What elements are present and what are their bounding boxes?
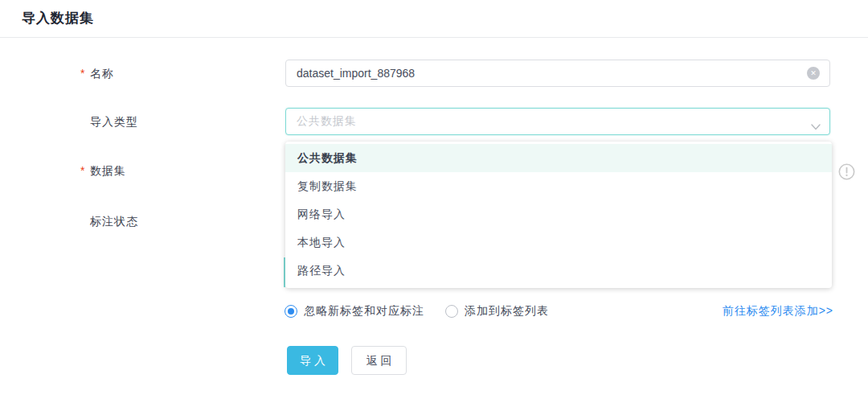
dataset-field-label: * 数据集 xyxy=(80,164,126,179)
import-button[interactable]: 导入 xyxy=(287,346,338,375)
dropdown-option-path-import[interactable]: 路径导入 xyxy=(285,257,832,285)
dropdown-option-network-import[interactable]: 网络导入 xyxy=(285,200,832,228)
name-label-text: 名称 xyxy=(90,67,114,81)
label-conflict-radio-group: 忽略新标签和对应标注 添加到标签列表 xyxy=(285,304,549,319)
info-circle-icon[interactable] xyxy=(838,163,855,180)
name-input[interactable] xyxy=(285,60,830,87)
required-asterisk: * xyxy=(80,164,88,177)
annotation-status-field-label: 标注状态 xyxy=(80,215,138,229)
clear-input-icon[interactable]: ✕ xyxy=(807,67,820,80)
goto-label-list-link[interactable]: 前往标签列表添加>> xyxy=(723,304,833,319)
title-divider xyxy=(0,37,868,38)
chevron-down-icon xyxy=(811,119,821,134)
radio-add-to-label-list-label[interactable]: 添加到标签列表 xyxy=(465,304,549,319)
import-type-select[interactable]: 公共数据集 xyxy=(285,108,830,135)
import-type-dropdown-menu: 公共数据集 复制数据集 网络导入 本地导入 路径导入 xyxy=(285,142,832,288)
dropdown-option-copy-dataset[interactable]: 复制数据集 xyxy=(285,172,832,200)
required-asterisk: * xyxy=(80,67,88,80)
import-dataset-page: 导入数据集 * 名称 ✕ 导入类型 公共数据集 * 数据集 标注状态 公 xyxy=(0,0,868,395)
import-type-label-text: 导入类型 xyxy=(90,115,138,130)
import-type-field-label: 导入类型 xyxy=(80,115,138,130)
dropdown-option-public-dataset[interactable]: 公共数据集 xyxy=(285,144,832,172)
annotation-status-label-text: 标注状态 xyxy=(90,215,138,229)
select-placeholder: 公共数据集 xyxy=(297,114,357,129)
radio-add-to-label-list[interactable] xyxy=(445,305,458,318)
radio-ignore-new-labels-label[interactable]: 忽略新标签和对应标注 xyxy=(304,304,424,319)
dataset-label-text: 数据集 xyxy=(90,164,126,179)
name-field-label: * 名称 xyxy=(80,67,114,81)
dropdown-option-local-import[interactable]: 本地导入 xyxy=(285,228,832,257)
page-title: 导入数据集 xyxy=(22,9,94,27)
back-button[interactable]: 返回 xyxy=(351,346,407,375)
radio-ignore-new-labels[interactable] xyxy=(285,305,297,318)
